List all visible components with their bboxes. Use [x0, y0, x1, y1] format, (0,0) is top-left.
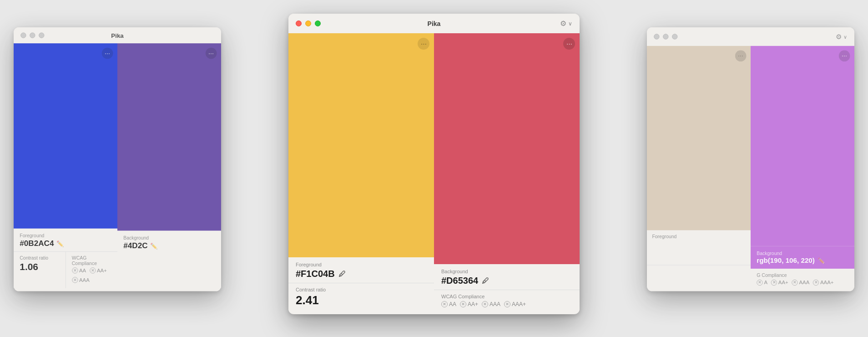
purple-color-info: Background #4D2C ✏️: [117, 231, 221, 254]
beige-panel: ⋯ Foreground: [647, 46, 751, 291]
violet-stats: G Compliance ✕ A ✕ AA+ ✕: [751, 269, 854, 291]
titlebar-right-controls: ⚙ ∨: [836, 32, 848, 41]
blue-stats: Contrast ratio 1.06 WCAG Compliance ✕ AA…: [14, 251, 117, 288]
violet-color-info: Background rgb(190, 106, 220) ✏️: [751, 246, 854, 269]
blue-more-button[interactable]: ⋯: [102, 48, 113, 59]
violet-eyedropper-icon[interactable]: ✏️: [818, 257, 825, 264]
red-swatch: ⋯: [434, 33, 580, 264]
titlebar-front: Pika ⚙ ∨: [288, 14, 580, 33]
traffic-light-minimize: [30, 32, 35, 38]
red-info: Background #D65364 🖊: [434, 264, 580, 290]
red-eyedropper-icon[interactable]: 🖊: [482, 277, 489, 285]
badge-front-aaa-plus: ✕ AAA+: [504, 301, 526, 307]
wcag-label-front: WCAG Compliance: [441, 294, 572, 299]
window-back-right: ⚙ ∨ ⋯ Foreground ⋯ Backgroun: [647, 27, 854, 291]
purple-swatch: ⋯: [117, 43, 221, 230]
tl-maximize-right: [672, 34, 677, 39]
violet-value: rgb(190, 106, 220) ✏️: [757, 257, 848, 265]
yellow-value: #F1C04B 🖊: [296, 269, 427, 279]
yellow-info: Foreground #F1C04B 🖊: [288, 257, 434, 283]
window-title-front: Pika: [428, 20, 441, 27]
red-more-button[interactable]: ⋯: [563, 38, 575, 50]
gear-icon[interactable]: ⚙: [836, 32, 842, 41]
contrast-value: 1.06: [20, 261, 59, 273]
traffic-lights-back-right: [654, 34, 677, 39]
chevron-down-icon[interactable]: ∨: [843, 34, 848, 40]
wcag-label-left: WCAG Compliance: [72, 255, 111, 266]
contrast-label-front: Contrast ratio: [296, 287, 427, 292]
red-panel: ⋯ Background #D65364 🖊 WCAG Compliance ✕…: [434, 33, 580, 314]
contrast-value-front: 2.41: [296, 293, 427, 307]
badge-front-aa-plus: ✕ AA+: [460, 301, 478, 307]
yellow-label: Foreground: [296, 262, 427, 267]
chevron-icon-front[interactable]: ∨: [568, 20, 572, 27]
badge-front-aaa: ✕ AAA: [482, 301, 500, 307]
contrast-label: Contrast ratio: [20, 255, 59, 260]
blue-eyedropper-icon[interactable]: ✏️: [56, 240, 64, 247]
violet-panel: ⋯ Background rgb(190, 106, 220) ✏️ G Com…: [751, 46, 854, 291]
contrast-ratio-block-left: Contrast ratio 1.06: [14, 252, 66, 288]
beige-swatch: ⋯: [647, 46, 751, 230]
violet-label: Background: [757, 250, 848, 255]
violet-swatch: ⋯: [751, 46, 854, 246]
tl-maximize-front[interactable]: [315, 20, 321, 26]
purple-more-button[interactable]: ⋯: [206, 48, 217, 59]
yellow-eyedropper-icon[interactable]: 🖊: [338, 270, 346, 278]
tl-minimize-front[interactable]: [305, 20, 311, 26]
wcag-badges-front: ✕ AA ✕ AA+ ✕ AAA ✕ AAA+: [441, 301, 572, 307]
window-front-center: Pika ⚙ ∨ ⋯ Foreground #F1C04B 🖊: [288, 14, 580, 314]
blue-label: Foreground: [20, 233, 111, 238]
wcag-block-left: WCAG Compliance ✕ AA ✕ AA+ ✕: [66, 252, 117, 288]
titlebar-front-controls: ⚙ ∨: [560, 19, 572, 28]
traffic-lights-back-left: [20, 32, 44, 38]
main-content: ⋯ Foreground #F1C04B 🖊 Contrast ratio 2.…: [288, 33, 580, 314]
window-title-back-left: Pika: [111, 32, 123, 39]
wcag-badges-right: ✕ A ✕ AA+ ✕ AAA: [757, 280, 848, 286]
badge-front-aa: ✕ AA: [441, 301, 456, 307]
purple-label: Background: [123, 235, 215, 240]
purple-value: #4D2C ✏️: [123, 241, 215, 250]
traffic-light-maximize: [39, 32, 44, 38]
violet-more-button[interactable]: ⋯: [839, 50, 850, 61]
wcag-block-right: G Compliance ✕ A ✕ AA+ ✕: [751, 269, 854, 291]
badge-aa: ✕ AA: [72, 267, 86, 273]
window-back-left: Pika ⋯ Foreground #0B2AC4 ✏️ Contrast ra…: [14, 27, 221, 291]
traffic-lights-front: [296, 20, 321, 26]
yellow-stats: Contrast ratio 2.41: [288, 283, 434, 314]
purple-panel: ⋯ Background #4D2C ✏️: [117, 43, 221, 288]
blue-panel: ⋯ Foreground #0B2AC4 ✏️ Contrast ratio 1…: [14, 43, 117, 288]
blue-value: #0B2AC4 ✏️: [20, 239, 111, 248]
color-panels-back-right: ⋯ Foreground ⋯ Background rgb(190, 106, …: [647, 46, 854, 291]
purple-eyedropper-icon[interactable]: ✏️: [150, 242, 157, 249]
wcag-badges-left: ✕ AA ✕ AA+ ✕ AAA: [72, 267, 111, 283]
badge-aa-plus: ✕ AA+: [90, 267, 107, 273]
red-label: Background: [441, 269, 572, 274]
yellow-swatch: ⋯: [288, 33, 434, 257]
traffic-light-close: [20, 32, 26, 38]
titlebar-back-left: Pika: [14, 27, 221, 43]
yellow-panel: ⋯ Foreground #F1C04B 🖊 Contrast ratio 2.…: [288, 33, 434, 314]
tl-minimize-right: [663, 34, 668, 39]
badge-aaa: ✕ AAA: [72, 277, 90, 283]
red-stats: WCAG Compliance ✕ AA ✕ AA+ ✕ AAA: [434, 290, 580, 314]
yellow-more-button[interactable]: ⋯: [418, 38, 429, 50]
tl-close-front[interactable]: [296, 20, 302, 26]
tl-close-right: [654, 34, 659, 39]
color-panels-back-left: ⋯ Foreground #0B2AC4 ✏️ Contrast ratio 1…: [14, 43, 221, 288]
blue-color-info: Foreground #0B2AC4 ✏️: [14, 229, 117, 251]
red-value: #D65364 🖊: [441, 276, 572, 286]
beige-more-button[interactable]: ⋯: [735, 50, 747, 61]
blue-swatch: ⋯: [14, 43, 117, 229]
titlebar-back-right: ⚙ ∨: [647, 27, 854, 46]
gear-icon-front[interactable]: ⚙: [560, 19, 566, 28]
